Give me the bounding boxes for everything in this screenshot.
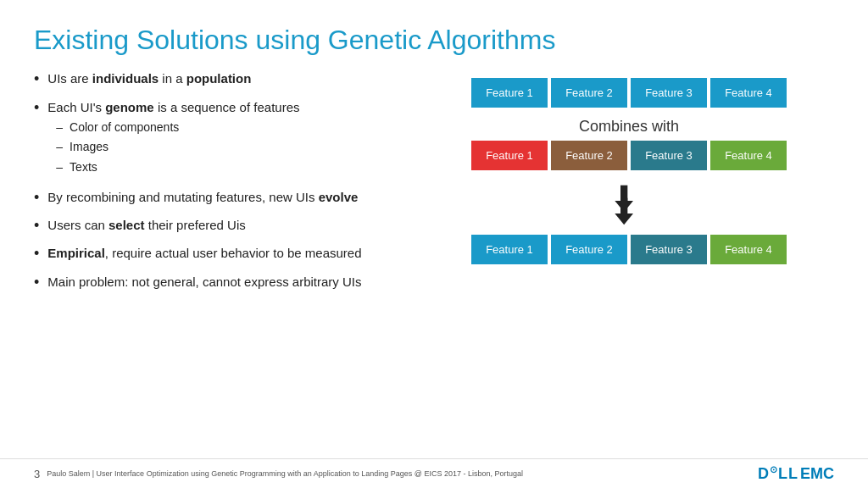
dell-logo-text: D⊙LL <box>758 464 798 483</box>
feature-box-r2-3: Feature 3 <box>631 141 707 170</box>
bullet-text-5: Empirical, require actual user behavior … <box>47 244 407 262</box>
bullet-text-1: UIs are individuals in a population <box>47 69 407 87</box>
feature-box-r3-1: Feature 1 <box>471 235 548 264</box>
feature-box-r3-3: Feature 3 <box>631 235 707 264</box>
bullet-item-4: Users can select their prefered Uis <box>34 216 407 236</box>
bullet-item-5: Empirical, require actual user behavior … <box>34 244 407 263</box>
sub-item-images-text: Images <box>70 139 108 156</box>
bullet-text-4: Users can select their prefered Uis <box>47 216 407 234</box>
left-column: UIs are individuals in a population Each… <box>34 69 424 458</box>
slide: Existing Solutions using Genetic Algorit… <box>0 0 868 488</box>
arrow-down-icon <box>612 184 646 226</box>
feature-box-r3-2: Feature 2 <box>551 235 627 264</box>
right-column: Feature 1 Feature 2 Feature 3 Feature 4 … <box>424 69 834 458</box>
sub-item-color-text: Color of components <box>70 119 179 136</box>
sub-item-images: Images <box>56 139 407 156</box>
emc-logo-text: EMC <box>800 465 834 483</box>
diagram-row2: Feature 1 Feature 2 Feature 3 Feature 4 <box>471 141 787 170</box>
bullet-text-2: Each UI's genome is a sequence of featur… <box>47 98 407 180</box>
feature-box-r1-1: Feature 1 <box>471 78 548 108</box>
feature-box-r1-3: Feature 3 <box>631 78 707 108</box>
footer-citation: Paulo Salem | User Interface Optimizatio… <box>47 469 523 478</box>
sub-item-texts-text: Texts <box>70 159 97 176</box>
bullet-text-3: By recombining and mutating features, ne… <box>47 188 407 206</box>
bullet-item-3: By recombining and mutating features, ne… <box>34 188 407 208</box>
feature-box-r1-4: Feature 4 <box>710 78 787 108</box>
diagram-row1: Feature 1 Feature 2 Feature 3 Feature 4 <box>471 78 787 108</box>
sub-item-color: Color of components <box>56 119 407 136</box>
bullet-list: UIs are individuals in a population Each… <box>34 69 407 292</box>
feature-box-r2-4: Feature 4 <box>710 141 787 170</box>
combines-label: Combines with <box>579 118 679 136</box>
slide-title: Existing Solutions using Genetic Algorit… <box>0 0 868 69</box>
bullet-item-6: Main problem: not general, cannot expres… <box>34 273 407 292</box>
diagram-row3: Feature 1 Feature 2 Feature 3 Feature 4 <box>471 235 787 264</box>
svg-marker-3 <box>615 214 633 225</box>
bullet-text-6: Main problem: not general, cannot expres… <box>47 273 407 291</box>
bullet-item-1: UIs are individuals in a population <box>34 69 407 89</box>
slide-body: UIs are individuals in a population Each… <box>0 69 868 458</box>
feature-box-r2-2: Feature 2 <box>551 141 627 170</box>
feature-box-r3-4: Feature 4 <box>710 235 787 264</box>
footer-left: 3 Paulo Salem | User Interface Optimizat… <box>34 468 523 480</box>
feature-box-r2-1: Feature 1 <box>471 141 548 170</box>
page-number: 3 <box>34 468 40 480</box>
feature-box-r1-2: Feature 2 <box>551 78 627 108</box>
sub-item-texts: Texts <box>56 159 407 176</box>
bullet-item-2: Each UI's genome is a sequence of featur… <box>34 98 407 180</box>
dell-emc-logo: D⊙LL EMC <box>758 464 834 483</box>
footer: 3 Paulo Salem | User Interface Optimizat… <box>0 458 868 488</box>
sub-list: Color of components Images Texts <box>56 119 407 176</box>
svg-rect-2 <box>620 198 627 214</box>
